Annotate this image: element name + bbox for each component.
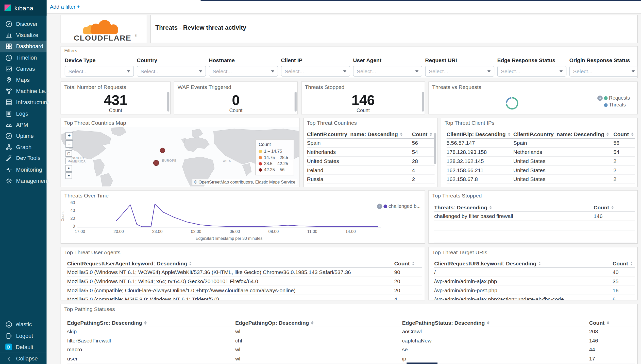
- sidebar-item-infrastructure[interactable]: Infrastructure: [0, 97, 46, 108]
- panel-filters: Filters Device Type Select... Country Se…: [61, 46, 638, 78]
- sort-caret-icon: [538, 262, 541, 265]
- column-header[interactable]: Count: [589, 320, 635, 326]
- panel-top-pathing-statuses: Top Pathing Statuses EdgePathingSrc: Des…: [61, 304, 638, 364]
- zoom-out-button[interactable]: −: [65, 140, 73, 148]
- sidebar-item-dev-tools[interactable]: Dev Tools: [0, 153, 46, 164]
- sidebar-item-logout[interactable]: Logout: [0, 330, 46, 341]
- kibana-app: kibana Discover Visualize Dashboard Time…: [0, 0, 641, 364]
- sidebar-item-management[interactable]: Management: [0, 175, 46, 186]
- panel-top-threats-stopped: Top Threats Stopped Threats: Descending …: [428, 190, 638, 244]
- legend-item-challenged[interactable]: challenged b...: [389, 203, 421, 209]
- column-header[interactable]: Count: [613, 261, 635, 267]
- column-header[interactable]: EdgePathingOp: Descending: [235, 320, 402, 326]
- map-marker-spain[interactable]: [153, 160, 159, 166]
- column-header[interactable]: Count: [613, 131, 635, 137]
- cloudflare-cloud: [91, 20, 118, 34]
- client-ip-select[interactable]: Select...: [281, 66, 350, 77]
- zoom-in-button[interactable]: +: [65, 132, 73, 139]
- panel-scrollbar[interactable]: [295, 92, 297, 112]
- sidebar-item-maps[interactable]: Maps: [0, 75, 46, 86]
- sidebar-item-graph[interactable]: Graph: [0, 142, 46, 153]
- column-header[interactable]: EdgePathingSrc: Descending: [67, 320, 235, 326]
- apm-icon: [5, 121, 12, 129]
- sidebar-item-visualize[interactable]: Visualize: [0, 30, 46, 41]
- threats-stopped-value: 146: [301, 93, 425, 107]
- filter-label: Request URI: [425, 57, 494, 63]
- sidebar-item-dashboard[interactable]: Dashboard: [0, 41, 46, 52]
- legend-dot-4: [259, 168, 262, 171]
- sort-caret-icon: [508, 133, 510, 136]
- map-marker-netherlands[interactable]: [160, 148, 165, 153]
- table-row: United States28: [307, 157, 434, 166]
- column-header[interactable]: ClientRequestURI.keyword: Descending: [434, 261, 613, 267]
- panel-title: Top Threats Stopped: [429, 191, 637, 199]
- panel-title: Threats vs Requests: [429, 82, 637, 90]
- filter-label: Hostname: [209, 57, 278, 63]
- user-agent-select[interactable]: Select...: [353, 66, 422, 77]
- logs-icon: [5, 110, 12, 117]
- sidebar-item-canvas[interactable]: Canvas: [0, 63, 46, 75]
- metric-unit-label: Count: [301, 107, 425, 113]
- legend-toggle-icon[interactable]: «: [377, 204, 382, 209]
- sidebar-item-label: Discover: [16, 21, 38, 27]
- sidebar-item-discover[interactable]: Discover: [0, 19, 46, 30]
- page-title: Threats - Review threat activity: [151, 15, 637, 31]
- kibana-logo[interactable]: kibana: [0, 0, 46, 16]
- hostname-select[interactable]: Select...: [209, 66, 278, 77]
- column-header[interactable]: ClientRequestUserAgent.keyword: Descendi…: [67, 261, 394, 267]
- panel-threats-vs-requests: Threats vs Requests « Requests Threats: [428, 81, 638, 114]
- sidebar-item-label: Monitoring: [16, 167, 42, 173]
- column-header[interactable]: Threats: Descending: [434, 205, 594, 211]
- sidebar-item-timelion[interactable]: Timelion: [0, 52, 46, 63]
- select-placeholder: Select...: [141, 68, 160, 74]
- legend-toggle-icon[interactable]: «: [597, 95, 603, 101]
- select-placeholder: Select...: [213, 68, 232, 74]
- legend-item-threats[interactable]: Threats: [609, 102, 630, 108]
- column-header[interactable]: ClientIP.ip: Descending: [447, 131, 513, 137]
- panel-title: Total Number of Requests: [61, 82, 170, 90]
- request-uri-select[interactable]: Select...: [425, 66, 494, 77]
- circle-tool-button[interactable]: ●: [65, 165, 72, 172]
- sidebar-item-elastic-user[interactable]: elastic: [0, 319, 46, 330]
- column-header[interactable]: ClientIP.country_name: Descending: [307, 131, 412, 137]
- requests-legend-dot: [604, 96, 608, 100]
- column-header[interactable]: Count: [412, 131, 434, 137]
- table-row: 178.128.193.158Netherlands54: [447, 148, 635, 157]
- column-header[interactable]: Count: [594, 205, 635, 211]
- rectangle-tool-button[interactable]: ■: [65, 172, 72, 179]
- sidebar-item-default-space[interactable]: D Default: [0, 341, 46, 353]
- panel-title: WAF Events Triggered: [174, 82, 297, 90]
- legend-item-requests[interactable]: Requests: [609, 95, 630, 101]
- sidebar-item-label: Dashboard: [16, 43, 43, 49]
- add-filter-link[interactable]: Add a filter+: [50, 4, 80, 10]
- country-select[interactable]: Select...: [137, 66, 206, 77]
- table-row: 162.158.67.8United States2: [447, 175, 635, 184]
- panel-scrollbar[interactable]: [422, 92, 424, 112]
- column-header[interactable]: EdgePathingStatus: Descending: [402, 320, 589, 326]
- origin-response-status-select[interactable]: Select...: [569, 66, 638, 77]
- filter-label: Origin Response Status: [569, 57, 638, 63]
- column-header[interactable]: Count: [394, 261, 422, 267]
- sidebar-item-apm[interactable]: APM: [0, 119, 46, 130]
- sidebar-item-machine-learning[interactable]: Machine Le...: [0, 86, 46, 97]
- sidebar-item-logs[interactable]: Logs: [0, 108, 46, 119]
- sidebar-item-monitoring[interactable]: Monitoring: [0, 164, 46, 175]
- column-header[interactable]: ClientIP.country_name: Descending: [513, 131, 613, 137]
- series-legend-dot: [383, 204, 387, 208]
- threats-over-time-chart[interactable]: [77, 203, 381, 228]
- map-canvas[interactable]: + − ▢ ◇ ● ■ NORTH AMERICA EUROPE ASIA Co…: [61, 127, 299, 187]
- panel-scrollbar[interactable]: [434, 133, 436, 164]
- device-type-select[interactable]: Select...: [65, 66, 134, 77]
- map-attribution[interactable]: © OpenStreetMap contributors, Elastic Ma…: [192, 179, 297, 185]
- panel-title: Top Threat Countries: [303, 118, 437, 126]
- table-row: 128.32.162.145United States2: [447, 157, 635, 166]
- sidebar-item-uptime[interactable]: Uptime: [0, 130, 46, 141]
- machine-learning-icon: [5, 88, 12, 95]
- filter-label: Client IP: [281, 57, 350, 63]
- add-filter-label: Add a filter: [50, 4, 75, 10]
- sidebar-item-collapse[interactable]: Collapse: [0, 353, 46, 364]
- edge-response-status-select[interactable]: Select...: [497, 66, 566, 77]
- threats-legend-dot: [604, 103, 608, 107]
- panel-scrollbar[interactable]: [167, 92, 169, 112]
- panel-title: Threats Over Time: [61, 191, 425, 199]
